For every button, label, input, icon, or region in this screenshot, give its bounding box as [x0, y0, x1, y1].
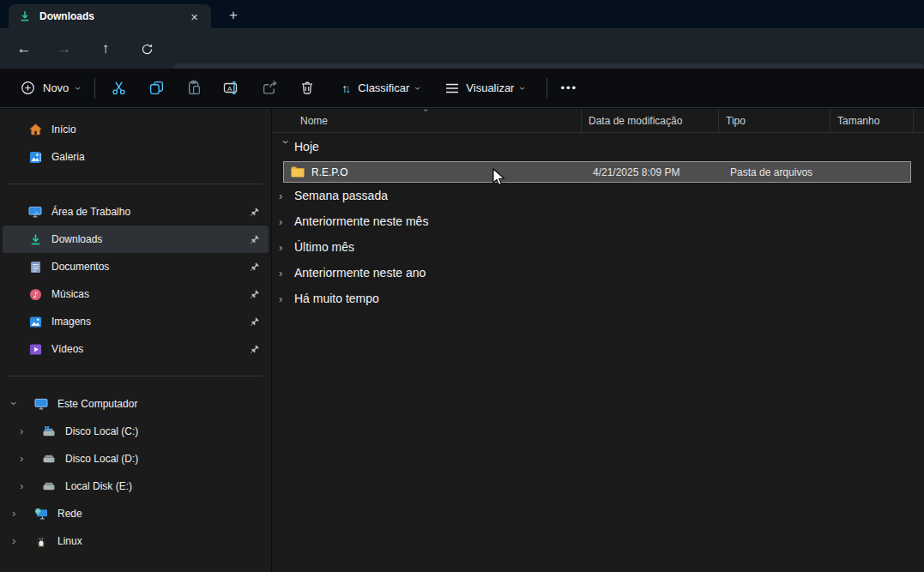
group-header-anteriormente-neste-ano[interactable]: › Anteriormente neste ano [272, 260, 924, 286]
new-button-label: Novo [43, 81, 69, 94]
more-options-button[interactable]: ••• [552, 73, 586, 104]
chevron-down-icon: › [516, 87, 528, 90]
close-icon[interactable]: × [186, 9, 202, 25]
file-type: Pasta de arquivos [730, 166, 812, 178]
view-lines-icon [445, 82, 459, 94]
paste-button[interactable] [175, 73, 213, 104]
document-icon [27, 261, 43, 274]
refresh-button[interactable] [133, 35, 160, 63]
share-button[interactable] [251, 73, 288, 104]
sidebar-item-label: Downloads [51, 233, 102, 245]
sidebar-divider [9, 376, 263, 376]
trash-icon [299, 80, 315, 96]
sidebar-item-videos[interactable]: Vídeos [3, 335, 269, 363]
rename-icon: A [223, 80, 241, 96]
this-pc-icon [33, 398, 49, 410]
delete-button[interactable] [288, 73, 326, 104]
toolbar-divider [94, 78, 95, 99]
toolbar-divider [547, 78, 547, 99]
column-header-tipo[interactable]: Tipo [719, 109, 830, 132]
svg-text:A: A [227, 85, 233, 93]
chevron-collapsed-icon[interactable]: › [12, 507, 15, 520]
sidebar-item-local-disk-e[interactable]: › Local Disk (E:) [3, 473, 269, 500]
sidebar-item-linux[interactable]: › Linux [3, 527, 269, 555]
chevron-collapsed-icon[interactable]: › [20, 452, 23, 465]
sidebar-item-label: Vídeos [51, 343, 83, 355]
new-tab-button[interactable]: + [223, 6, 244, 24]
chevron-expanded-icon[interactable]: › [8, 401, 21, 405]
sidebar-item-label: Imagens [51, 316, 91, 328]
sort-indicator-icon: › [421, 109, 431, 111]
sidebar-item-label: Músicas [51, 288, 89, 300]
chevron-collapsed-icon[interactable]: › [12, 534, 15, 547]
file-row-repo[interactable]: R.E.P.O 4/21/2025 8:09 PM Pasta de arqui… [283, 161, 911, 183]
rename-button[interactable]: A [213, 73, 251, 104]
command-toolbar: Novo › A ↑↓ Classificar › [0, 69, 924, 108]
new-button[interactable]: Novo › [10, 73, 90, 104]
chevron-down-icon: › [412, 87, 424, 90]
forward-button[interactable]: → [51, 35, 78, 63]
back-button[interactable]: ← [10, 35, 38, 63]
navigation-bar: ← → ↑ › Downloads › [0, 28, 924, 69]
sidebar-item-imagens[interactable]: Imagens [3, 308, 269, 335]
gallery-icon [27, 151, 43, 164]
chevron-collapsed-icon: › [279, 241, 293, 254]
sidebar-item-este-computador[interactable]: › Este Computador [3, 390, 269, 418]
column-header-tamanho[interactable]: Tamanho [830, 109, 914, 132]
videos-icon [27, 343, 43, 356]
group-header-ultimo-mes[interactable]: › Último mês [272, 234, 924, 260]
group-label: Há muito tempo [294, 292, 379, 305]
cut-button[interactable] [100, 73, 137, 104]
view-button-label: Visualizar [466, 81, 514, 94]
linux-penguin-icon [33, 535, 49, 547]
group-label: Semana passada [294, 189, 388, 202]
sidebar-item-label: Início [51, 123, 76, 135]
group-header-anteriormente-neste-mes[interactable]: › Anteriormente neste mês [272, 208, 924, 234]
sidebar-item-rede[interactable]: › Rede [3, 500, 269, 527]
up-button[interactable]: ↑ [92, 35, 119, 63]
view-button[interactable]: Visualizar › [435, 73, 534, 104]
sidebar-item-galeria[interactable]: Galeria [3, 143, 269, 171]
sidebar-item-label: Disco Local (C:) [65, 425, 138, 437]
column-label: Tipo [726, 115, 746, 127]
tab-bar: Downloads × + [0, 0, 924, 28]
sidebar-divider [9, 184, 263, 184]
chevron-collapsed-icon[interactable]: › [20, 424, 23, 437]
svg-text:♪: ♪ [33, 289, 38, 298]
sort-arrows-icon: ↑↓ [341, 81, 351, 95]
group-header-ha-muito-tempo[interactable]: › Há muito tempo [272, 286, 924, 311]
sidebar-item-musicas[interactable]: ♪ Músicas [3, 280, 269, 308]
column-label: Nome [300, 115, 328, 127]
sidebar-item-label: Linux [57, 535, 82, 547]
sidebar-item-inicio[interactable]: Início [3, 116, 269, 143]
pin-icon [250, 262, 260, 272]
collapsed-groups: › Semana passada › Anteriormente neste m… [272, 183, 924, 311]
group-label: Anteriormente neste ano [294, 266, 426, 280]
sidebar-item-disco-local-d[interactable]: › Disco Local (D:) [3, 445, 269, 473]
sidebar-item-area-de-trabalho[interactable]: Área de Trabalho [3, 198, 269, 226]
drive-c-icon [41, 425, 57, 437]
copy-button[interactable] [137, 73, 175, 104]
column-header-nome[interactable]: Nome › [272, 109, 582, 132]
tab-title: Downloads [39, 10, 186, 22]
file-name: R.E.P.O [311, 166, 347, 178]
group-label: Último mês [294, 240, 354, 254]
sort-button[interactable]: ↑↓ Classificar › [331, 73, 430, 104]
group-header-semana-passada[interactable]: › Semana passada [272, 183, 924, 208]
sidebar-item-disco-local-c[interactable]: › Disco Local (C:) [3, 418, 269, 445]
pin-icon [250, 316, 260, 327]
file-list-pane: Nome › Data de modificação Tipo Tamanho … [272, 109, 924, 572]
group-header-hoje[interactable]: › Hoje [272, 133, 924, 160]
pictures-icon [27, 316, 43, 328]
download-icon [19, 10, 31, 22]
chevron-down-icon: › [72, 87, 84, 90]
pin-icon [250, 207, 260, 217]
chevron-collapsed-icon: › [279, 267, 293, 280]
chevron-collapsed-icon[interactable]: › [20, 479, 23, 492]
column-header-data-de-modificacao[interactable]: Data de modificação [582, 109, 719, 132]
sidebar-item-downloads[interactable]: Downloads [3, 226, 269, 253]
sidebar-item-documentos[interactable]: Documentos [3, 253, 269, 280]
desktop-icon [27, 206, 43, 218]
column-label: Tamanho [837, 115, 879, 127]
tab-downloads[interactable]: Downloads × [9, 4, 211, 28]
